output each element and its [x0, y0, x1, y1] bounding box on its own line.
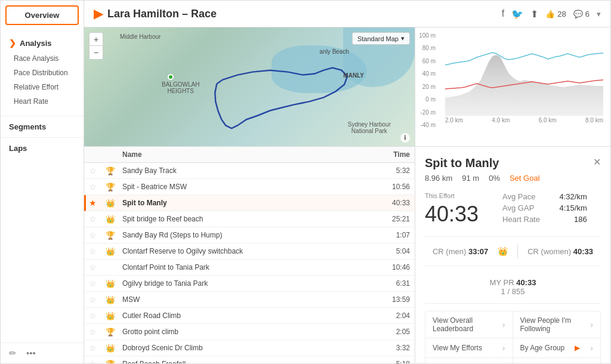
star-icon[interactable]: ☆ [89, 311, 106, 320]
map-label-manly-beach: anly Beach [320, 48, 349, 55]
chart-x-labels: 2.0 km 4.0 km 6.0 km 8.0 km [422, 116, 603, 124]
table-row[interactable]: ☆ 🏆 Grotto point climb 2:05 [84, 324, 415, 340]
trophy-crown-icon: 👑 [106, 199, 122, 208]
star-icon[interactable]: ☆ [89, 359, 106, 363]
compare-button[interactable]: Compare › [425, 358, 513, 363]
facebook-icon[interactable]: f [502, 8, 504, 19]
sidebar-analysis-header[interactable]: ❯ Analysis [1, 35, 84, 51]
view-efforts-button[interactable]: View My Efforts › [425, 338, 513, 358]
sidebar-item-pace-distribution[interactable]: Pace Distribution [1, 66, 84, 80]
trophy-gold-icon: 🏆 [106, 328, 122, 337]
cr-women: CR (women) 40:33 [527, 247, 593, 256]
table-row[interactable]: ☆ 👑 Ogilvy bridge to Tania Park 6:31 [84, 276, 415, 292]
share-icon[interactable]: ⬆ [530, 8, 538, 20]
segment-name: Clontarf Point to Tania Park [122, 263, 368, 272]
comment-button[interactable]: 💬 6 [573, 10, 590, 18]
table-row[interactable]: ☆ 👑 Clontarf Reserve to Ogilvy switchbac… [84, 243, 415, 260]
segment-time: 2:05 [368, 328, 410, 336]
star-icon[interactable]: ☆ [89, 246, 106, 256]
chart-area: 100 m 80 m 60 m 40 m 20 m 0 m -20 m -40 … [415, 27, 610, 147]
segment-cr-row: CR (men) 33:07 👑 CR (women) 40:33 [425, 236, 601, 266]
cr-men: CR (men) 33:07 [433, 247, 488, 256]
sidebar-segments[interactable]: Segments [1, 119, 84, 135]
strava-icon: ▶ [94, 7, 103, 21]
page-title: Lara Hamilton – Race [107, 8, 217, 20]
table-row[interactable]: ☆ 👑 Cutler Road Climb 2:04 [84, 308, 415, 324]
trophy-gold-icon: 🏆 [106, 183, 122, 192]
set-goal-button[interactable]: Set Goal [510, 174, 540, 183]
segment-effort-row: This Effort 40:33 Avg Pace 4:32/km Avg G… [425, 192, 601, 227]
view-leaderboard-button[interactable]: View Overall Leaderboard › [425, 311, 513, 338]
segment-time: 2:04 [368, 311, 410, 320]
map-label-sydney-harbour: Sydney HarbourNational Park [348, 121, 391, 134]
star-icon[interactable]: ★ [89, 198, 106, 208]
star-icon[interactable]: ☆ [89, 230, 106, 240]
segment-time: 10:46 [368, 263, 410, 272]
twitter-icon[interactable]: 🐦 [511, 8, 523, 20]
sidebar: Overview ❯ Analysis Race Analysis Pace D… [1, 1, 84, 363]
map-label-manly: MANLY [343, 72, 364, 79]
star-icon[interactable]: ☆ [89, 214, 106, 224]
segment-name: Clontarf Reserve to Ogilvy switchback [122, 247, 368, 255]
sidebar-overview[interactable]: Overview [5, 5, 79, 25]
table-row[interactable]: ☆ 🏆 Reef Beach Freefall 5:18 [84, 356, 415, 363]
star-icon[interactable]: ☆ [89, 279, 106, 288]
table-row[interactable]: ☆ 👑 MSW 13:59 [84, 292, 415, 308]
segment-detail-title: Spit to Manly [425, 156, 499, 170]
avg-gap-row: Avg GAP 4:15/km [502, 203, 587, 212]
segment-detail-close-button[interactable]: ✕ [593, 156, 601, 168]
segment-detail: Spit to Manly ✕ 8.96 km 91 m 0% Set Goal… [415, 147, 610, 363]
star-icon[interactable]: ☆ [89, 343, 106, 353]
sidebar-item-relative-effort[interactable]: Relative Effort [1, 80, 84, 94]
edit-icon[interactable]: ✏ [9, 348, 17, 359]
segment-pr-row: MY PR 40:33 1 / 855 [425, 273, 601, 304]
view-people-following-button[interactable]: View People I'm Following › [513, 311, 601, 338]
star-icon[interactable]: ☆ [89, 182, 106, 192]
star-icon[interactable]: ☆ [89, 295, 106, 304]
sidebar-item-race-analysis[interactable]: Race Analysis [1, 51, 84, 66]
more-icon[interactable]: ••• [26, 348, 36, 359]
map-zoom-in-button[interactable]: + [90, 33, 103, 46]
map-type-selector[interactable]: Standard Map ▾ [352, 32, 410, 45]
leaderboard-chevron-icon: › [502, 320, 505, 329]
sidebar-laps[interactable]: Laps [1, 140, 84, 156]
star-icon[interactable]: ☆ [89, 263, 106, 272]
trophy-crown-icon: 👑 [106, 279, 122, 288]
table-row[interactable]: ☆ 🏆 Sandy Bay Track 5:32 [84, 163, 415, 179]
map-type-label: Standard Map [357, 35, 399, 42]
segment-detail-header: Spit to Manly ✕ [425, 156, 601, 170]
thumbs-up-icon: 👍 [545, 10, 555, 18]
dropdown-chevron-icon[interactable]: ▾ [597, 10, 601, 18]
table-row[interactable]: ☆ Clontarf Point to Tania Park 10:46 [84, 260, 415, 276]
segments-table: Name Time ☆ 🏆 Sandy Bay Track 5:32 ☆ 🏆 S… [84, 147, 415, 363]
effort-label: This Effort [425, 192, 502, 199]
table-row[interactable]: ☆ 🏆 Sandy Bay Rd (Steps to Hump) 1:07 [84, 227, 415, 243]
sidebar-bottom-actions: ✏ ••• [1, 343, 84, 363]
by-age-group-button[interactable]: By Age Group ▶ › [513, 338, 601, 358]
segment-name: Grotto point climb [122, 328, 368, 336]
table-row[interactable]: ☆ 🏆 Spit - Beatrice MSW 10:56 [84, 179, 415, 195]
comment-count: 6 [585, 10, 590, 18]
segment-time: 1:07 [368, 231, 410, 239]
header-actions: f 🐦 ⬆ 👍 28 💬 6 ▾ [502, 8, 601, 20]
by-weight-class-button[interactable]: By Weight Class ▶ › [513, 358, 601, 363]
trophy-gold-icon: 🏆 [106, 231, 122, 240]
table-row[interactable]: ☆ 👑 Spit bridge to Reef beach 25:21 [84, 211, 415, 227]
segment-name: Reef Beach Freefall [122, 360, 368, 363]
sidebar-item-heart-rate[interactable]: Heart Rate [1, 94, 84, 109]
header-title-area: ▶ Lara Hamilton – Race [94, 7, 217, 21]
people-following-label: View People I'm Following [520, 316, 591, 333]
table-row[interactable]: ☆ 👑 Dobroyd Scenic Dr Climb 3:32 [84, 340, 415, 356]
segment-time: 40:33 [368, 199, 410, 207]
map-info-button[interactable]: ℹ [400, 133, 410, 143]
table-row[interactable]: ★ 👑 Spit to Manly 40:33 [84, 195, 415, 211]
trophy-crown-icon: 👑 [106, 344, 122, 353]
segment-name: Ogilvy bridge to Tania Park [122, 279, 368, 288]
map-zoom-out-button[interactable]: − [90, 46, 103, 59]
star-icon[interactable]: ☆ [89, 166, 106, 175]
heart-rate-label: Heart Rate [502, 215, 540, 224]
star-icon[interactable]: ☆ [89, 327, 106, 337]
heart-rate-value: 186 [574, 215, 587, 224]
content-area: Middle Harbour anly Beach MANLY BALGOWLA… [84, 27, 610, 363]
like-button[interactable]: 👍 28 [545, 10, 566, 18]
